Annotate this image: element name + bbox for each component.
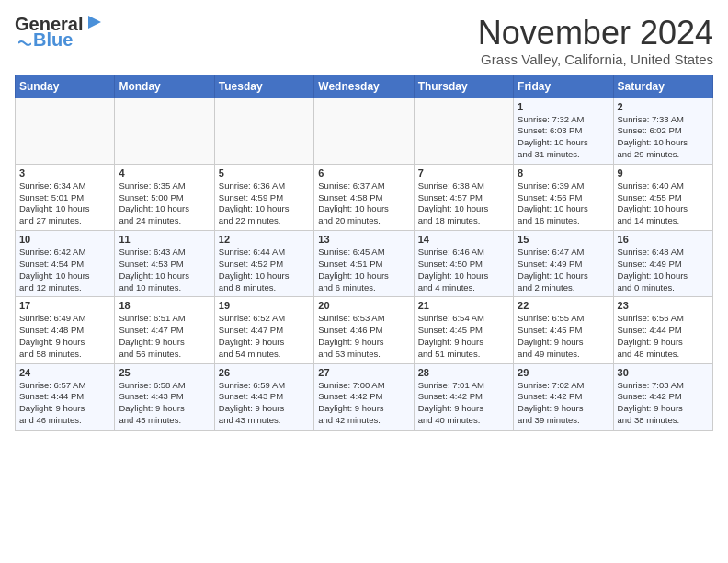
calendar-cell: 13Sunrise: 6:45 AM Sunset: 4:51 PM Dayli…	[314, 231, 414, 297]
calendar-cell: 5Sunrise: 6:36 AM Sunset: 4:59 PM Daylig…	[214, 164, 313, 230]
day-info: Sunrise: 6:34 AM Sunset: 5:01 PM Dayligh…	[19, 180, 110, 227]
calendar-cell: 7Sunrise: 6:38 AM Sunset: 4:57 PM Daylig…	[414, 164, 513, 230]
day-info: Sunrise: 6:52 AM Sunset: 4:47 PM Dayligh…	[219, 313, 310, 360]
calendar-cell: 2Sunrise: 7:33 AM Sunset: 6:02 PM Daylig…	[613, 98, 712, 164]
calendar-cell: 27Sunrise: 7:00 AM Sunset: 4:42 PM Dayli…	[314, 363, 414, 430]
logo-wave-icon	[18, 34, 31, 47]
calendar-cell: 25Sunrise: 6:58 AM Sunset: 4:43 PM Dayli…	[115, 363, 214, 430]
day-info: Sunrise: 6:59 AM Sunset: 4:43 PM Dayligh…	[219, 380, 310, 427]
calendar-cell	[214, 98, 313, 164]
weekday-header-monday: Monday	[115, 75, 214, 98]
day-number: 25	[119, 367, 210, 378]
month-title: November 2024	[478, 15, 713, 52]
day-number: 24	[19, 367, 110, 378]
day-number: 5	[219, 167, 310, 178]
weekday-header-thursday: Thursday	[414, 75, 513, 98]
day-info: Sunrise: 6:39 AM Sunset: 4:56 PM Dayligh…	[518, 180, 609, 227]
calendar-cell: 23Sunrise: 6:56 AM Sunset: 4:44 PM Dayli…	[613, 297, 712, 363]
day-number: 8	[518, 167, 609, 178]
day-info: Sunrise: 6:45 AM Sunset: 4:51 PM Dayligh…	[318, 247, 409, 293]
calendar-table: SundayMondayTuesdayWednesdayThursdayFrid…	[15, 75, 713, 431]
day-number: 2	[618, 101, 709, 112]
day-info: Sunrise: 6:42 AM Sunset: 4:54 PM Dayligh…	[19, 247, 110, 293]
logo-blue: Blue	[33, 29, 73, 51]
day-number: 13	[318, 234, 409, 245]
day-info: Sunrise: 6:57 AM Sunset: 4:44 PM Dayligh…	[19, 380, 110, 427]
calendar-cell: 10Sunrise: 6:42 AM Sunset: 4:54 PM Dayli…	[16, 231, 115, 297]
weekday-header-friday: Friday	[514, 75, 613, 98]
day-info: Sunrise: 6:58 AM Sunset: 4:43 PM Dayligh…	[119, 380, 210, 427]
day-info: Sunrise: 6:36 AM Sunset: 4:59 PM Dayligh…	[219, 180, 310, 227]
day-number: 3	[19, 167, 110, 178]
day-number: 30	[618, 367, 709, 378]
day-info: Sunrise: 6:48 AM Sunset: 4:49 PM Dayligh…	[618, 247, 709, 293]
calendar-cell: 29Sunrise: 7:02 AM Sunset: 4:42 PM Dayli…	[514, 363, 613, 430]
calendar-cell: 26Sunrise: 6:59 AM Sunset: 4:43 PM Dayli…	[214, 363, 313, 430]
day-info: Sunrise: 6:40 AM Sunset: 4:55 PM Dayligh…	[618, 180, 709, 227]
calendar-cell: 17Sunrise: 6:49 AM Sunset: 4:48 PM Dayli…	[16, 297, 115, 363]
day-number: 27	[318, 367, 409, 378]
calendar-cell: 24Sunrise: 6:57 AM Sunset: 4:44 PM Dayli…	[16, 363, 115, 430]
day-info: Sunrise: 6:51 AM Sunset: 4:47 PM Dayligh…	[119, 313, 210, 360]
day-info: Sunrise: 7:32 AM Sunset: 6:03 PM Dayligh…	[518, 114, 609, 161]
calendar-week-4: 17Sunrise: 6:49 AM Sunset: 4:48 PM Dayli…	[16, 297, 713, 363]
weekday-header-tuesday: Tuesday	[214, 75, 313, 98]
day-number: 21	[418, 300, 509, 311]
day-info: Sunrise: 6:46 AM Sunset: 4:50 PM Dayligh…	[418, 247, 509, 293]
calendar-cell: 4Sunrise: 6:35 AM Sunset: 5:00 PM Daylig…	[115, 164, 214, 230]
location: Grass Valley, California, United States	[478, 52, 713, 67]
calendar-cell: 8Sunrise: 6:39 AM Sunset: 4:56 PM Daylig…	[514, 164, 613, 230]
day-number: 9	[618, 167, 709, 178]
calendar-cell: 20Sunrise: 6:53 AM Sunset: 4:46 PM Dayli…	[314, 297, 414, 363]
day-number: 4	[119, 167, 210, 178]
weekday-header-wednesday: Wednesday	[314, 75, 414, 98]
day-info: Sunrise: 7:02 AM Sunset: 4:42 PM Dayligh…	[518, 380, 609, 427]
calendar-cell: 16Sunrise: 6:48 AM Sunset: 4:49 PM Dayli…	[613, 231, 712, 297]
day-number: 6	[318, 167, 409, 178]
calendar-cell: 21Sunrise: 6:54 AM Sunset: 4:45 PM Dayli…	[414, 297, 513, 363]
calendar-cell: 18Sunrise: 6:51 AM Sunset: 4:47 PM Dayli…	[115, 297, 214, 363]
day-number: 20	[318, 300, 409, 311]
calendar-cell	[16, 98, 115, 164]
weekday-header-sunday: Sunday	[16, 75, 115, 98]
title-block: November 2024 Grass Valley, California, …	[478, 15, 713, 67]
calendar-cell: 19Sunrise: 6:52 AM Sunset: 4:47 PM Dayli…	[214, 297, 313, 363]
day-info: Sunrise: 6:43 AM Sunset: 4:53 PM Dayligh…	[119, 247, 210, 293]
day-number: 17	[19, 300, 110, 311]
weekday-header-saturday: Saturday	[613, 75, 712, 98]
day-number: 12	[219, 234, 310, 245]
calendar-week-1: 1Sunrise: 7:32 AM Sunset: 6:03 PM Daylig…	[16, 98, 713, 164]
calendar-week-3: 10Sunrise: 6:42 AM Sunset: 4:54 PM Dayli…	[16, 231, 713, 297]
calendar-week-2: 3Sunrise: 6:34 AM Sunset: 5:01 PM Daylig…	[16, 164, 713, 230]
day-info: Sunrise: 6:35 AM Sunset: 5:00 PM Dayligh…	[119, 180, 210, 227]
day-number: 22	[518, 300, 609, 311]
calendar-cell: 11Sunrise: 6:43 AM Sunset: 4:53 PM Dayli…	[115, 231, 214, 297]
page-header: General Blue November 2024 Grass Valley,…	[15, 15, 713, 67]
calendar-cell: 22Sunrise: 6:55 AM Sunset: 4:45 PM Dayli…	[514, 297, 613, 363]
day-info: Sunrise: 7:01 AM Sunset: 4:42 PM Dayligh…	[418, 380, 509, 427]
calendar-cell: 3Sunrise: 6:34 AM Sunset: 5:01 PM Daylig…	[16, 164, 115, 230]
calendar-cell: 12Sunrise: 6:44 AM Sunset: 4:52 PM Dayli…	[214, 231, 313, 297]
day-number: 19	[219, 300, 310, 311]
calendar-cell: 28Sunrise: 7:01 AM Sunset: 4:42 PM Dayli…	[414, 363, 513, 430]
calendar-header-row: SundayMondayTuesdayWednesdayThursdayFrid…	[16, 75, 713, 98]
calendar-cell	[115, 98, 214, 164]
logo-arrow-icon	[85, 12, 105, 32]
day-info: Sunrise: 6:49 AM Sunset: 4:48 PM Dayligh…	[19, 313, 110, 360]
day-number: 10	[19, 234, 110, 245]
day-info: Sunrise: 6:55 AM Sunset: 4:45 PM Dayligh…	[518, 313, 609, 360]
calendar-cell: 14Sunrise: 6:46 AM Sunset: 4:50 PM Dayli…	[414, 231, 513, 297]
calendar-week-5: 24Sunrise: 6:57 AM Sunset: 4:44 PM Dayli…	[16, 363, 713, 430]
day-info: Sunrise: 7:03 AM Sunset: 4:42 PM Dayligh…	[618, 380, 709, 427]
day-info: Sunrise: 6:53 AM Sunset: 4:46 PM Dayligh…	[318, 313, 409, 360]
calendar-cell: 15Sunrise: 6:47 AM Sunset: 4:49 PM Dayli…	[514, 231, 613, 297]
day-info: Sunrise: 6:54 AM Sunset: 4:45 PM Dayligh…	[418, 313, 509, 360]
day-number: 18	[119, 300, 210, 311]
day-info: Sunrise: 6:37 AM Sunset: 4:58 PM Dayligh…	[318, 180, 409, 227]
calendar-cell: 30Sunrise: 7:03 AM Sunset: 4:42 PM Dayli…	[613, 363, 712, 430]
calendar-cell: 6Sunrise: 6:37 AM Sunset: 4:58 PM Daylig…	[314, 164, 414, 230]
day-number: 16	[618, 234, 709, 245]
day-info: Sunrise: 6:56 AM Sunset: 4:44 PM Dayligh…	[618, 313, 709, 360]
logo: General Blue	[15, 15, 105, 51]
calendar-cell	[314, 98, 414, 164]
